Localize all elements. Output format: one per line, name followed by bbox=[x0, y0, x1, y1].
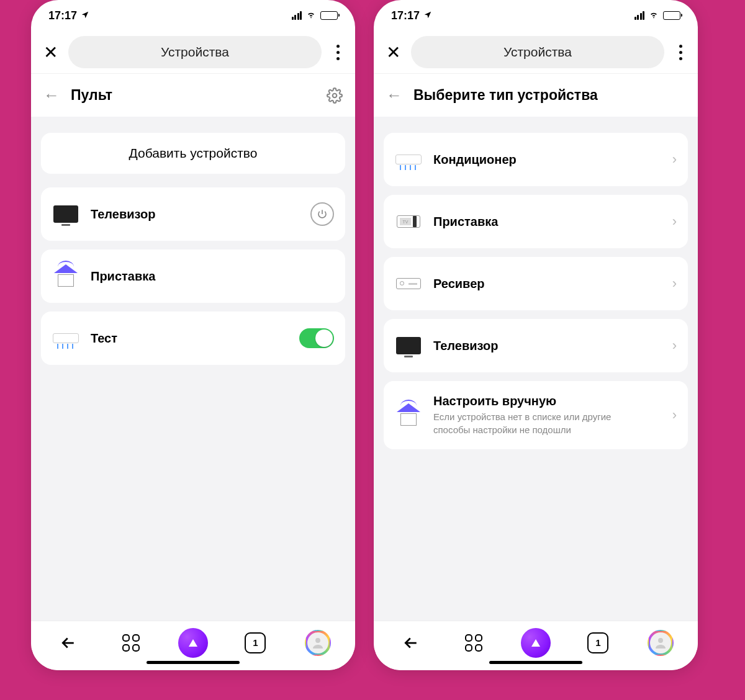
content-area: Кондиционер › TV Приставка › Ресивер › Т… bbox=[374, 117, 698, 621]
device-label: Приставка bbox=[91, 269, 334, 284]
svg-point-2 bbox=[658, 638, 663, 643]
signal-icon bbox=[634, 11, 645, 20]
back-arrow-icon[interactable]: ← bbox=[43, 86, 60, 105]
subheader: ← Пульт bbox=[31, 73, 355, 117]
subheader: ← Выберите тип устройства bbox=[374, 73, 698, 117]
device-type-label: Кондиционер bbox=[433, 153, 661, 167]
device-type-list: Кондиционер › TV Приставка › Ресивер › Т… bbox=[384, 133, 688, 449]
house-icon bbox=[52, 262, 79, 290]
receiver-icon bbox=[395, 270, 422, 297]
phone-right: 17:17 ✕ Устройства ← Выберите тип устрой… bbox=[374, 0, 698, 670]
subheader-title: Пульт bbox=[71, 87, 315, 104]
svg-point-0 bbox=[333, 93, 337, 97]
nav-grid-icon[interactable] bbox=[116, 628, 146, 658]
tab-count: 1 bbox=[253, 637, 258, 648]
nav-tabs-button[interactable]: 1 bbox=[583, 628, 613, 658]
location-icon bbox=[81, 9, 89, 22]
chevron-right-icon: › bbox=[672, 407, 677, 423]
subheader-title: Выберите тип устройства bbox=[413, 87, 685, 104]
device-type-tv[interactable]: Телевизор › bbox=[384, 319, 688, 372]
device-type-label: Приставка bbox=[433, 215, 661, 229]
chevron-right-icon: › bbox=[672, 338, 677, 354]
device-card-test[interactable]: Тест bbox=[41, 312, 345, 365]
device-type-settop[interactable]: TV Приставка › bbox=[384, 195, 688, 248]
nav-avatar[interactable] bbox=[646, 628, 675, 658]
gear-icon[interactable] bbox=[327, 88, 343, 104]
nav-back-icon[interactable] bbox=[396, 628, 426, 658]
back-arrow-icon[interactable]: ← bbox=[386, 86, 402, 105]
signal-icon bbox=[292, 11, 302, 20]
chevron-right-icon: › bbox=[672, 276, 677, 292]
location-icon bbox=[423, 9, 432, 22]
ac-icon bbox=[395, 146, 422, 173]
tv-icon bbox=[395, 332, 422, 359]
nav-alice-button[interactable] bbox=[521, 628, 551, 658]
device-type-label: Телевизор bbox=[433, 339, 661, 353]
svg-point-1 bbox=[315, 638, 320, 643]
phone-left: 17:17 ✕ Устройства ← Пульт Добавить устр… bbox=[31, 0, 355, 670]
nav-tabs-button[interactable]: 1 bbox=[240, 628, 270, 658]
chevron-right-icon: › bbox=[672, 151, 677, 168]
device-label: Тест bbox=[91, 331, 288, 346]
close-icon[interactable]: ✕ bbox=[41, 42, 60, 63]
status-time: 17:17 bbox=[391, 9, 420, 22]
device-list: Телевизор Приставка Тест bbox=[41, 187, 345, 365]
device-type-label: Ресивер bbox=[433, 277, 661, 291]
manual-title: Настроить вручную bbox=[433, 394, 661, 408]
nav-avatar[interactable] bbox=[303, 628, 333, 658]
battery-icon bbox=[663, 11, 680, 20]
tv-icon bbox=[52, 200, 79, 228]
topbar: ✕ Устройства bbox=[31, 31, 355, 73]
add-device-button[interactable]: Добавить устройство bbox=[41, 133, 345, 174]
device-type-ac[interactable]: Кондиционер › bbox=[384, 133, 688, 186]
battery-icon bbox=[320, 11, 338, 20]
device-type-manual[interactable]: Настроить вручную Если устройства нет в … bbox=[384, 381, 688, 449]
status-bar: 17:17 bbox=[31, 0, 355, 31]
device-label: Телевизор bbox=[91, 207, 299, 222]
add-device-label: Добавить устройство bbox=[129, 146, 258, 161]
settop-icon: TV bbox=[395, 208, 422, 235]
tab-count: 1 bbox=[595, 637, 600, 648]
chevron-right-icon: › bbox=[672, 213, 677, 230]
device-type-receiver[interactable]: Ресивер › bbox=[384, 257, 688, 310]
nav-alice-button[interactable] bbox=[178, 628, 208, 658]
content-area: Добавить устройство Телевизор Приставка … bbox=[31, 117, 355, 621]
wifi-icon bbox=[648, 9, 659, 22]
nav-grid-icon[interactable] bbox=[459, 628, 489, 658]
close-icon[interactable]: ✕ bbox=[384, 42, 402, 63]
kebab-menu-icon[interactable] bbox=[330, 40, 345, 65]
device-card-settop[interactable]: Приставка bbox=[41, 249, 345, 303]
home-indicator bbox=[147, 661, 240, 664]
nav-back-icon[interactable] bbox=[53, 628, 83, 658]
title-pill[interactable]: Устройства bbox=[68, 36, 322, 68]
manual-subtitle: Если устройства нет в списке или другие … bbox=[433, 411, 620, 436]
wifi-icon bbox=[305, 9, 317, 22]
house-icon bbox=[395, 402, 422, 429]
title-pill[interactable]: Устройства bbox=[411, 36, 664, 68]
kebab-menu-icon[interactable] bbox=[673, 40, 688, 65]
status-time: 17:17 bbox=[48, 9, 77, 22]
device-card-tv[interactable]: Телевизор bbox=[41, 187, 345, 241]
topbar-title: Устройства bbox=[161, 45, 229, 60]
toggle-switch[interactable] bbox=[299, 328, 334, 348]
topbar-title: Устройства bbox=[503, 45, 572, 60]
status-bar: 17:17 bbox=[374, 0, 698, 31]
topbar: ✕ Устройства bbox=[374, 31, 698, 73]
power-button-icon[interactable] bbox=[310, 202, 334, 226]
home-indicator bbox=[489, 661, 582, 664]
ac-icon bbox=[52, 325, 79, 352]
